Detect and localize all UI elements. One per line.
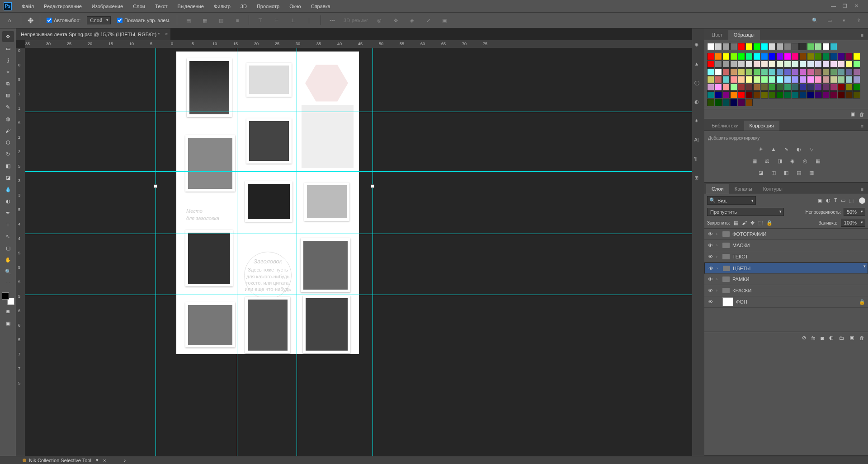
menu-layers[interactable]: Слои (128, 2, 150, 11)
swatch[interactable] (792, 84, 799, 91)
blur-tool[interactable]: 💧 (2, 184, 14, 195)
swatch[interactable] (730, 84, 737, 91)
swatch[interactable] (776, 53, 783, 60)
tab-layers[interactable]: Слои (706, 184, 729, 194)
swatch[interactable] (730, 43, 737, 50)
distribute-bottom-icon[interactable]: ⊥ (288, 15, 298, 25)
swatch[interactable] (807, 61, 814, 68)
swatch[interactable] (730, 68, 737, 75)
swatch[interactable] (722, 91, 730, 98)
fill-value[interactable]: 100% (841, 219, 865, 227)
swatch[interactable] (730, 99, 737, 106)
expand-icon[interactable]: › (716, 232, 720, 236)
swatch[interactable] (845, 68, 853, 75)
tab-libraries[interactable]: Библиотеки (706, 121, 744, 131)
swatch[interactable] (830, 76, 837, 83)
swatch[interactable] (838, 76, 845, 83)
edit-toolbar[interactable]: ⋯ (2, 278, 14, 289)
delete-layer-icon[interactable]: 🗑 (859, 335, 864, 341)
guide-vertical[interactable] (373, 48, 373, 456)
3d-pan-icon[interactable]: ✥ (391, 15, 401, 25)
swatch[interactable] (738, 84, 745, 91)
swatch[interactable] (784, 53, 791, 60)
menu-image[interactable]: Изображение (87, 2, 127, 11)
guide-horizontal[interactable] (25, 234, 692, 234)
autoselect-dropdown[interactable]: Слой (87, 16, 111, 24)
swatch[interactable] (822, 68, 830, 75)
healing-brush-tool[interactable]: ◍ (2, 113, 14, 124)
swatch[interactable] (761, 53, 768, 60)
align-center-h-icon[interactable]: ▦ (200, 15, 210, 25)
swatch[interactable] (815, 61, 822, 68)
posterize-icon[interactable]: ◫ (769, 169, 778, 177)
swatch[interactable] (715, 76, 722, 83)
magic-wand-tool[interactable]: ✧ (2, 66, 14, 77)
swatch[interactable] (722, 53, 730, 60)
guide-horizontal[interactable] (25, 112, 692, 112)
tab-color[interactable]: Цвет (706, 30, 728, 40)
panel-menu-icon[interactable]: ≡ (858, 31, 866, 40)
swatch[interactable] (799, 43, 807, 50)
pen-tool[interactable]: ✒ (2, 207, 14, 218)
swatch[interactable] (853, 76, 860, 83)
menu-filter[interactable]: Фильтр (209, 2, 235, 11)
layer-filter-kind[interactable]: 🔍 Вид (707, 196, 756, 205)
swatch[interactable] (784, 76, 791, 83)
status-chevron-icon[interactable]: › (124, 458, 126, 463)
new-layer-icon[interactable]: ▣ (849, 335, 854, 341)
swatch[interactable] (776, 91, 783, 98)
menu-text[interactable]: Текст (151, 2, 172, 11)
color-lookup-icon[interactable]: ▦ (814, 157, 822, 165)
swatch[interactable] (730, 61, 737, 68)
swatch[interactable] (745, 99, 753, 106)
menu-edit[interactable]: Редактирование (39, 2, 86, 11)
swatch[interactable] (715, 91, 722, 98)
levels-icon[interactable]: ▲ (769, 145, 778, 153)
swatch[interactable] (784, 84, 791, 91)
exposure-icon[interactable]: ◐ (795, 145, 803, 153)
swatch[interactable] (807, 84, 814, 91)
menu-window[interactable]: Окно (285, 2, 306, 11)
marquee-tool[interactable]: ▭ (2, 43, 14, 54)
swatch[interactable] (822, 91, 830, 98)
swatch[interactable] (745, 53, 753, 60)
zoom-tool[interactable]: 🔍 (2, 266, 14, 277)
history-brush-tool[interactable]: ↻ (2, 149, 14, 159)
swatch[interactable] (784, 91, 791, 98)
swatch[interactable] (738, 43, 745, 50)
visibility-icon[interactable]: 👁 (707, 277, 713, 282)
swatch[interactable] (815, 76, 822, 83)
navigator-icon[interactable]: ✺ (694, 42, 703, 50)
lock-image-icon[interactable]: 🖌 (742, 220, 747, 225)
swatch[interactable] (807, 43, 814, 50)
swatch[interactable] (769, 76, 776, 83)
swatch[interactable] (838, 91, 845, 98)
photo-filter-icon[interactable]: ◉ (788, 157, 797, 165)
swatch[interactable] (845, 76, 853, 83)
curves-icon[interactable]: ∿ (782, 145, 790, 153)
expand-icon[interactable]: › (716, 277, 720, 281)
swatch[interactable] (761, 61, 768, 68)
opacity-value[interactable]: 50% (844, 208, 865, 216)
swatch[interactable] (815, 91, 822, 98)
swatch[interactable] (845, 61, 853, 68)
swatch[interactable] (784, 61, 791, 68)
swatch[interactable] (707, 61, 714, 68)
swatch[interactable] (769, 68, 776, 75)
swatch[interactable] (822, 53, 830, 60)
threshold-icon[interactable]: ◧ (782, 169, 790, 177)
panel-menu-icon[interactable]: ≡ (858, 185, 866, 194)
swatch[interactable] (815, 43, 822, 50)
swatch[interactable] (753, 68, 760, 75)
tab-swatches[interactable]: Образцы (728, 30, 760, 40)
expand-icon[interactable]: › (716, 288, 720, 293)
histogram-icon[interactable]: ▲ (694, 61, 703, 69)
swatch[interactable] (838, 84, 845, 91)
move-tool-icon[interactable]: ✥ (28, 16, 33, 25)
glyphs-icon[interactable]: ⊞ (694, 175, 703, 183)
swatch[interactable] (799, 91, 807, 98)
swatch[interactable] (776, 76, 783, 83)
delete-swatch-icon[interactable]: 🗑 (859, 112, 864, 117)
swatch[interactable] (753, 61, 760, 68)
styles-icon[interactable]: ✶ (694, 118, 703, 126)
